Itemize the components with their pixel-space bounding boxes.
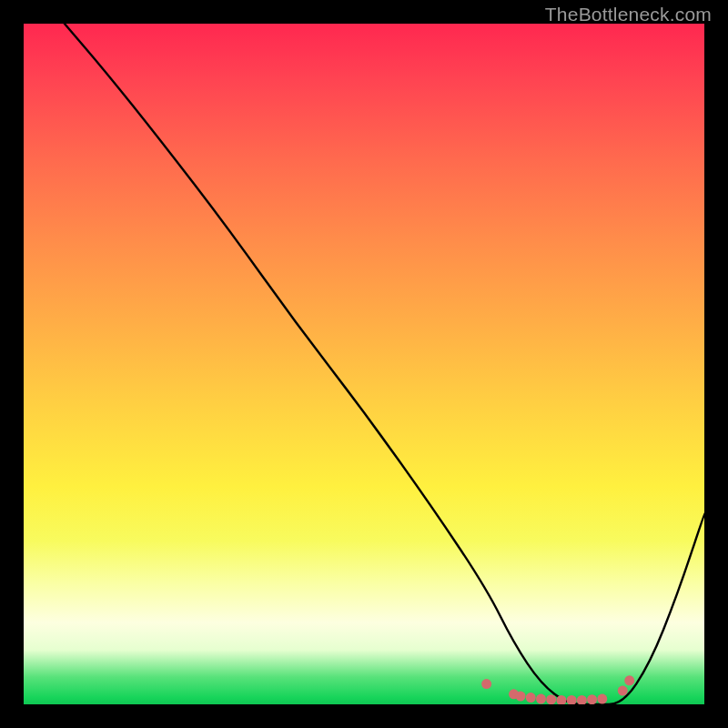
chart-frame: TheBottleneck.com — [0, 0, 728, 728]
chart-svg — [24, 24, 704, 704]
main-curve-path — [65, 24, 704, 704]
valley-dot — [624, 675, 634, 685]
valley-dot — [516, 692, 526, 702]
valley-dot — [577, 695, 587, 704]
valley-dot — [587, 694, 597, 704]
valley-dot — [567, 695, 577, 704]
valley-dot — [618, 686, 628, 696]
valley-dot — [597, 694, 607, 704]
valley-dot — [536, 694, 546, 704]
watermark-text: TheBottleneck.com — [545, 4, 712, 25]
valley-dot — [481, 679, 491, 689]
valley-dots-group — [481, 675, 634, 704]
plot-area — [24, 24, 704, 704]
valley-dot — [526, 693, 536, 703]
valley-dot — [546, 694, 556, 704]
